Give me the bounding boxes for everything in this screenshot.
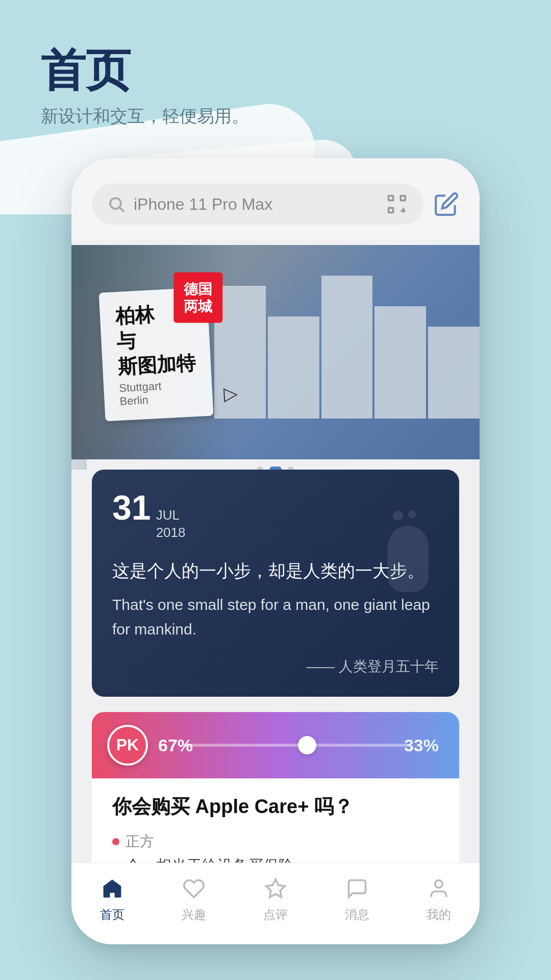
footprint-shape: [388, 526, 429, 592]
building: [374, 306, 426, 419]
poll-option-pro: 正方 会，相当于给设备买保险: [92, 832, 459, 863]
tab-review[interactable]: 点评: [245, 875, 306, 923]
svg-point-6: [435, 880, 443, 888]
search-icon: [107, 195, 126, 213]
poll-slider-thumb[interactable]: [298, 736, 316, 754]
banner-card: 德国 两城 柏林 与 斯图加特 StuttgartBerlin ▷: [99, 287, 214, 421]
svg-rect-4: [389, 208, 393, 212]
poll-option-pro-label: 正方: [112, 832, 439, 851]
banner-section[interactable]: 德国 两城 柏林 与 斯图加特 StuttgartBerlin ▷: [71, 245, 480, 470]
heart-icon: [180, 875, 208, 902]
tab-review-label: 点评: [263, 906, 288, 923]
poll-bar: PK 67% 33%: [92, 712, 459, 778]
tab-home-label: 首页: [100, 906, 124, 923]
home-icon: [98, 875, 126, 902]
tab-interests[interactable]: 兴趣: [163, 875, 224, 923]
phone-mockup: iPhone 11 Pro Max: [71, 158, 480, 944]
poll-percent-right: 33%: [404, 735, 439, 755]
phone-inner: iPhone 11 Pro Max: [71, 158, 480, 944]
tab-profile-label: 我的: [427, 906, 451, 923]
scroll-content[interactable]: iPhone 11 Pro Max: [71, 158, 480, 863]
banner-tag: 德国 两城: [173, 272, 222, 323]
quote-month-year: JUL 2018: [156, 507, 186, 542]
page-title: 首页: [41, 46, 249, 95]
message-icon: [343, 875, 371, 902]
tab-message-label: 消息: [345, 906, 369, 923]
svg-point-0: [110, 198, 121, 209]
tab-bar: 首页 兴趣 点评: [71, 863, 480, 944]
pro-dot: [112, 838, 119, 845]
tab-message[interactable]: 消息: [327, 875, 388, 923]
poll-question: 你会购买 Apple Care+ 吗？: [92, 794, 459, 820]
search-bar[interactable]: iPhone 11 Pro Max: [92, 184, 423, 225]
poll-slider-track[interactable]: [184, 744, 408, 747]
banner-arrow-icon: ▷: [223, 383, 238, 405]
building: [428, 327, 480, 419]
pk-badge: PK: [107, 725, 148, 766]
edit-icon[interactable]: [434, 191, 459, 217]
tab-profile[interactable]: 我的: [408, 875, 469, 923]
building: [321, 276, 373, 419]
svg-line-1: [120, 208, 124, 212]
building: [268, 316, 319, 419]
banner-image: 德国 两城 柏林 与 斯图加特 StuttgartBerlin ▷: [71, 245, 480, 459]
svg-rect-2: [389, 196, 393, 201]
tab-interests-label: 兴趣: [182, 906, 206, 923]
quote-source: —— 人类登月五十年: [112, 657, 439, 676]
quote-card[interactable]: 31 JUL 2018 这是个人的一小步，却是人类的一大步。 That's on…: [92, 470, 459, 697]
svg-rect-3: [400, 196, 405, 201]
poll-card[interactable]: PK 67% 33% 你会购买 Apple Care+ 吗？ 正方 会，相当于: [92, 712, 459, 863]
tab-home[interactable]: 首页: [82, 875, 143, 923]
poll-option-pro-text: 会，相当于给设备买保险: [126, 855, 439, 863]
quote-day: 31: [112, 490, 151, 525]
svg-marker-5: [266, 879, 285, 897]
building-row: [214, 265, 480, 419]
star-icon: [262, 875, 289, 902]
banner-card-sub: StuttgartBerlin: [119, 378, 198, 408]
page-subtitle: 新设计和交互，轻便易用。: [41, 105, 249, 128]
page-header: 首页 新设计和交互，轻便易用。: [41, 46, 249, 128]
poll-bar-container: PK 67% 33%: [92, 712, 459, 778]
footprint-decoration: [337, 510, 439, 653]
user-icon: [425, 875, 453, 902]
scan-icon[interactable]: [386, 193, 408, 215]
search-area: iPhone 11 Pro Max: [71, 158, 480, 240]
search-placeholder: iPhone 11 Pro Max: [134, 195, 378, 214]
